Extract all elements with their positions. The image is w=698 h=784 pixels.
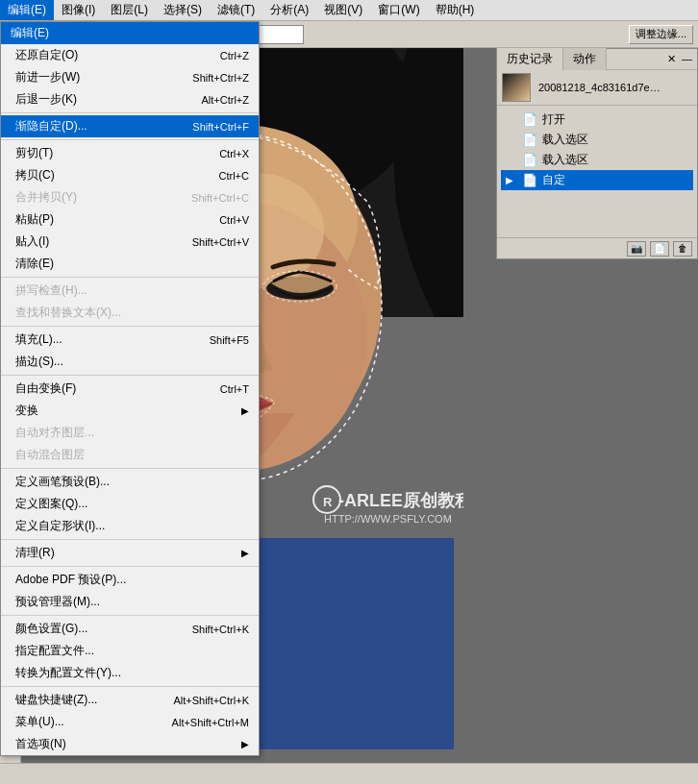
divider-5 (1, 375, 259, 376)
menu-assign-profile[interactable]: 指定配置文件... (1, 640, 259, 662)
menu-item-window[interactable]: 窗口(W) (370, 0, 427, 20)
adjust-edge-button[interactable]: 调整边缘... (629, 25, 693, 44)
history-item-custom[interactable]: ▶ 📄 自定 (501, 170, 693, 190)
convert-profile-label: 转换为配置文件(Y)... (15, 665, 249, 681)
free-transform-shortcut: Ctrl+T (220, 383, 249, 395)
history-tab[interactable]: 历史记录 (497, 48, 563, 71)
menu-clear[interactable]: 清除(E) (1, 253, 259, 275)
delete-state-btn[interactable]: 🗑 (673, 241, 692, 257)
history-item-label-custom: 自定 (542, 172, 565, 188)
define-pattern-label: 定义图案(Q)... (15, 496, 249, 512)
menu-convert-profile[interactable]: 转换为配置文件(Y)... (1, 662, 259, 684)
history-item-label-open: 打开 (542, 111, 565, 128)
history-snapshot-area: 20081218_4c83161d7e48... (497, 70, 697, 106)
history-item-load2[interactable]: 📄 载入选区 (501, 150, 693, 170)
history-item-open[interactable]: 📄 打开 (501, 110, 693, 130)
menu-step-back[interactable]: 后退一步(K) Alt+Ctrl+Z (1, 88, 259, 110)
menu-item-analysis[interactable]: 分析(A) (262, 0, 316, 20)
menu-item-view[interactable]: 视图(V) (316, 0, 370, 20)
edit-dropdown-menu: 编辑(E) 还原自定(O) Ctrl+Z 前进一步(W) Shift+Ctrl+… (0, 21, 260, 756)
keyboard-shortcuts-shortcut: Alt+Shift+Ctrl+K (173, 695, 249, 706)
menu-item-layer[interactable]: 图层(L) (103, 0, 156, 20)
find-replace-label: 查找和替换文本(X)... (15, 305, 249, 321)
menu-cut[interactable]: 剪切(T) Ctrl+X (1, 142, 259, 164)
svg-text:HTTP://WWW.PSFLY.COM: HTTP://WWW.PSFLY.COM (324, 513, 452, 525)
menu-fade[interactable]: 渐隐自定(D)... Shift+Ctrl+F (1, 115, 259, 137)
panel-header: 历史记录 动作 ✕ — (497, 49, 697, 70)
menu-fill[interactable]: 填充(L)... Shift+F5 (1, 329, 259, 351)
svg-text:R: R (323, 495, 333, 509)
menu-define-pattern[interactable]: 定义图案(Q)... (1, 493, 259, 515)
menu-item-select[interactable]: 选择(S) (156, 0, 210, 20)
menu-menus[interactable]: 菜单(U)... Alt+Shift+Ctrl+M (1, 711, 259, 733)
define-shape-label: 定义自定形状(I)... (15, 518, 249, 534)
menu-define-shape[interactable]: 定义自定形状(I)... (1, 515, 259, 537)
clear-label: 清除(E) (15, 256, 230, 272)
divider-6 (1, 468, 259, 469)
menu-stroke[interactable]: 描边(S)... (1, 351, 259, 373)
menu-free-transform[interactable]: 自由变换(F) Ctrl+T (1, 378, 259, 400)
menus-label: 菜单(U)... (15, 714, 153, 730)
menu-preferences[interactable]: 首选项(N) (1, 733, 259, 755)
divider-3 (1, 277, 259, 278)
divider-8 (1, 566, 259, 567)
menu-paste-into[interactable]: 贴入(I) Shift+Ctrl+V (1, 231, 259, 253)
divider-10 (1, 686, 259, 687)
step-back-label: 后退一步(K) (15, 91, 182, 108)
fade-label: 渐隐自定(D)... (15, 118, 173, 135)
keyboard-shortcuts-label: 键盘快捷键(Z)... (15, 692, 154, 708)
load-icon-2: 📄 (522, 153, 537, 168)
close-icon[interactable]: ✕ (667, 53, 676, 64)
menu-item-help[interactable]: 帮助(H) (428, 0, 483, 20)
copy-label: 拷贝(C) (15, 167, 200, 184)
collapse-icon[interactable]: — (682, 53, 692, 64)
new-document-btn[interactable]: 📄 (650, 241, 669, 257)
merge-copy-label: 合并拷贝(Y) (15, 189, 172, 206)
assign-profile-label: 指定配置文件... (15, 643, 249, 659)
menu-step-forward[interactable]: 前进一步(W) Shift+Ctrl+Z (1, 66, 259, 88)
dropdown-title: 编辑(E) (11, 25, 49, 41)
menu-copy[interactable]: 拷贝(C) Ctrl+C (1, 164, 259, 186)
paste-label: 粘贴(P) (15, 211, 200, 228)
fade-shortcut: Shift+Ctrl+F (192, 121, 249, 133)
stroke-label: 描边(S)... (15, 354, 249, 370)
panel-close[interactable]: ✕ — (662, 51, 697, 67)
menu-keyboard-shortcuts[interactable]: 键盘快捷键(Z)... Alt+Shift+Ctrl+K (1, 689, 259, 711)
menu-auto-align: 自动对齐图层... (1, 422, 259, 444)
step-forward-label: 前进一步(W) (15, 69, 173, 86)
history-item-load1[interactable]: 📄 载入选区 (501, 130, 693, 150)
fill-shortcut: Shift+F5 (210, 334, 249, 346)
menu-transform[interactable]: 变换 (1, 400, 259, 422)
menu-item-filter[interactable]: 滤镜(T) (210, 0, 262, 20)
menu-item-image[interactable]: 图像(I) (54, 0, 103, 20)
define-brush-label: 定义画笔预设(B)... (15, 474, 249, 490)
history-arrow-4: ▶ (506, 175, 517, 185)
menu-color-settings[interactable]: 颜色设置(G)... Shift+Ctrl+K (1, 618, 259, 640)
menu-define-brush[interactable]: 定义画笔预设(B)... (1, 471, 259, 493)
custom-icon: 📄 (522, 173, 537, 188)
menu-purge[interactable]: 清理(R) (1, 542, 259, 564)
paste-into-label: 贴入(I) (15, 233, 173, 250)
fill-label: 填充(L)... (15, 331, 190, 348)
svg-text:-ARLEE原创教程: -ARLEE原创教程 (338, 491, 463, 510)
color-settings-shortcut: Shift+Ctrl+K (192, 624, 249, 635)
menu-preset-manager[interactable]: 预设管理器(M)... (1, 591, 259, 613)
divider-4 (1, 326, 259, 327)
undo-shortcut: Ctrl+Z (220, 50, 249, 61)
menu-item-edit[interactable]: 编辑(E) (0, 0, 54, 20)
actions-tab[interactable]: 动作 (563, 48, 607, 70)
menu-spellcheck: 拼写检查(H)... (1, 280, 259, 302)
menu-find-replace: 查找和替换文本(X)... (1, 302, 259, 324)
menu-pdf-presets[interactable]: Adobe PDF 预设(P)... (1, 569, 259, 591)
menu-paste[interactable]: 粘贴(P) Ctrl+V (1, 208, 259, 231)
free-transform-label: 自由变换(F) (15, 380, 201, 397)
menu-auto-blend: 自动混合图层 (1, 444, 259, 466)
menus-shortcut: Alt+Shift+Ctrl+M (172, 717, 249, 728)
undo-label: 还原自定(O) (15, 47, 201, 63)
new-snapshot-btn[interactable]: 📷 (627, 241, 646, 257)
transform-label: 变换 (15, 403, 241, 419)
menu-undo[interactable]: 还原自定(O) Ctrl+Z (1, 44, 259, 66)
divider-7 (1, 539, 259, 540)
cut-shortcut: Ctrl+X (219, 148, 249, 159)
paste-shortcut: Ctrl+V (219, 214, 249, 226)
